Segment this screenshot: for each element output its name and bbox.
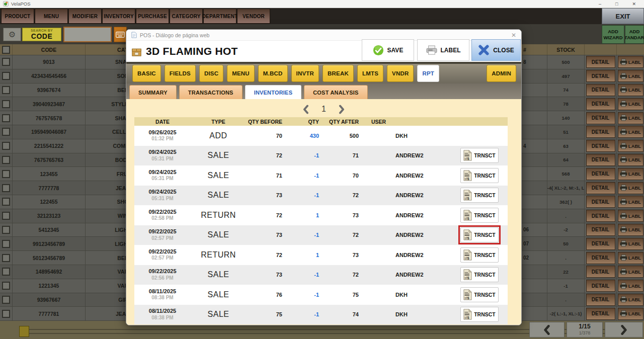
tab-disc[interactable]: DISC [199,65,223,82]
hscrollbar-thumb[interactable] [19,326,29,337]
detail-button[interactable]: DETAIL [586,154,615,166]
detail-button[interactable]: DETAIL [586,56,615,68]
tab-basic[interactable]: BASIC [132,65,161,82]
label-button[interactable]: LABL [618,294,643,306]
detail-button[interactable]: DETAIL [586,210,615,222]
label-button[interactable]: LABEL [417,39,469,61]
row-checkbox[interactable] [2,114,10,122]
label-button[interactable]: LABL [618,140,643,152]
row-checkbox[interactable] [2,310,10,318]
row-checkbox[interactable] [2,226,10,234]
label-button[interactable]: LABL [618,280,643,292]
row-checkbox[interactable] [2,156,10,164]
detail-button[interactable]: DETAIL [586,84,615,96]
pager-prev-icon[interactable] [302,105,309,114]
search-by-code-button[interactable]: SEARCH BY CODE [22,28,61,41]
row-checkbox[interactable] [2,170,10,178]
menu-item-inventory[interactable]: INVENTORY [102,9,135,24]
detail-button[interactable]: DETAIL [586,70,615,82]
row-checkbox[interactable] [2,72,10,80]
exit-button[interactable]: EXIT [602,8,644,24]
detail-button[interactable]: DETAIL [586,266,615,278]
label-button[interactable]: LABL [618,210,643,222]
menu-item-department[interactable]: DEPARTMENT [203,9,236,24]
dialog-close-icon[interactable]: ✕ [511,32,516,39]
label-button[interactable]: LABL [618,266,643,278]
detail-button[interactable]: DETAIL [586,238,615,250]
pager-next-icon[interactable] [338,105,345,114]
add-wizard-button[interactable]: ADD WIZARD [602,25,624,44]
row-checkbox[interactable] [2,296,10,304]
menu-item-category[interactable]: CATEGORY [170,9,203,24]
settings-button[interactable]: ⚙ [3,28,21,41]
tab-break[interactable]: BREAK [323,65,354,82]
detail-button[interactable]: DETAIL [586,140,615,152]
trnsct-button[interactable]: ≡!$TRNSCT [460,267,499,282]
detail-button[interactable]: DETAIL [586,126,615,138]
trnsct-button[interactable]: ≡!$TRNSCT [460,208,499,223]
label-button[interactable]: LABL [618,308,643,320]
menu-item-purchase[interactable]: PURCHASE [136,9,169,24]
label-button[interactable]: LABL [618,196,643,208]
menu-item-menu[interactable]: MENU [35,9,68,24]
label-button[interactable]: LABL [618,224,643,236]
label-button[interactable]: LABL [618,56,643,68]
label-button[interactable]: LABL [618,168,643,180]
label-button[interactable]: LABL [618,238,643,250]
row-checkbox[interactable] [2,240,10,248]
trnsct-button[interactable]: ≡!$TRNSCT [460,307,499,322]
tab-menu[interactable]: MENU [227,65,255,82]
subtab-transactions[interactable]: TRANSACTIONS [179,85,243,99]
row-checkbox[interactable] [2,184,10,192]
tab-m-bcd[interactable]: M.BCD [258,65,288,82]
menu-item-modifier[interactable]: MODIFIER [68,9,102,24]
row-checkbox[interactable] [2,282,10,290]
label-button[interactable]: LABL [618,70,643,82]
detail-button[interactable]: DETAIL [586,98,615,110]
label-button[interactable]: LABL [618,126,643,138]
select-all-checkbox[interactable] [2,46,10,54]
trnsct-button[interactable]: ≡!$TRNSCT [460,287,499,302]
tab-admin[interactable]: ADMIN [487,65,516,82]
label-button[interactable]: LABL [618,252,643,264]
trnsct-button[interactable]: ≡!$TRNSCT [460,227,499,242]
row-checkbox[interactable] [2,142,10,150]
label-button[interactable]: LABL [618,112,643,124]
row-checkbox[interactable] [2,198,10,206]
prev-page-button[interactable] [529,322,565,337]
tab-rpt[interactable]: RPT [417,65,439,82]
label-button[interactable]: LABL [618,98,643,110]
detail-button[interactable]: DETAIL [586,112,615,124]
row-checkbox[interactable] [2,128,10,136]
maximize-icon[interactable]: □ [615,2,618,7]
save-button[interactable]: SAVE [362,39,414,61]
row-checkbox[interactable] [2,268,10,276]
detail-button[interactable]: DETAIL [586,224,615,236]
search-input[interactable] [63,27,112,42]
close-icon[interactable]: ✕ [632,2,636,7]
minimize-icon[interactable]: – [599,2,601,7]
menu-item-vendor[interactable]: VENDOR [237,9,270,24]
next-page-button[interactable] [605,322,643,337]
subtab-inventories[interactable]: INVENTORIES [245,85,302,99]
detail-button[interactable]: DETAIL [586,280,615,292]
add-standard-button[interactable]: ADD STANDARD [625,25,644,44]
trnsct-button[interactable]: ≡!$TRNSCT [460,188,499,203]
detail-button[interactable]: DETAIL [586,294,615,306]
subtab-summary[interactable]: SUMMARY [129,85,177,99]
subtab-cost-analysis[interactable]: COST ANALYSIS [304,85,367,99]
detail-button[interactable]: DETAIL [586,168,615,180]
row-checkbox[interactable] [2,58,10,66]
tab-fields[interactable]: FIELDS [165,65,196,82]
menu-item-product[interactable]: PRODUCT [1,9,34,24]
keyboard-button[interactable] [114,27,127,42]
row-checkbox[interactable] [2,86,10,94]
label-button[interactable]: LABL [618,154,643,166]
trnsct-button[interactable]: ≡!$TRNSCT [460,148,499,163]
row-checkbox[interactable] [2,212,10,220]
label-button[interactable]: LABL [618,84,643,96]
tab-invtr[interactable]: INVTR [291,65,319,82]
close-button[interactable]: CLOSE [471,39,521,61]
trnsct-button[interactable]: ≡!$TRNSCT [460,168,499,183]
row-checkbox[interactable] [2,100,10,108]
